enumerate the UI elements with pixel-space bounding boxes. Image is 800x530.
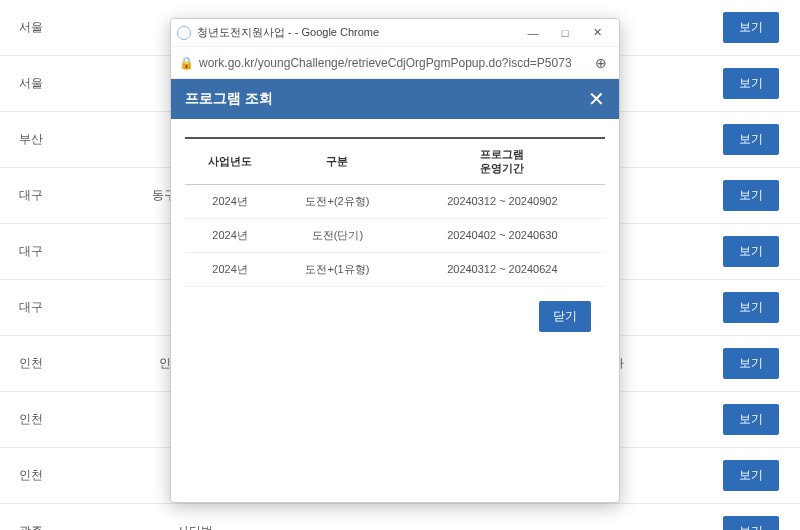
lock-icon: 🔒 [179,56,193,70]
browser-window: 청년도전지원사업 - - Google Chrome — □ ✕ 🔒 work.… [170,18,620,503]
city-cell: 인천 [0,336,62,392]
period-cell: 20240402 ~ 20240630 [400,218,605,252]
view-button[interactable]: 보기 [723,404,779,435]
addr-cell [442,504,702,531]
program-row: 2024년 도전+(2유형) 20240312 ~ 20240902 [185,184,605,218]
view-button[interactable]: 보기 [723,180,779,211]
year-cell: 2024년 [185,218,275,252]
address-bar[interactable]: 🔒 work.go.kr/youngChallenge/retrieveCdjO… [171,47,619,79]
program-table: 사업년도 구분 프로그램 운영기간 2024년 도전+(2유형) 2024031… [185,137,605,287]
period-cell: 20240312 ~ 20240624 [400,252,605,286]
view-button[interactable]: 보기 [723,460,779,491]
city-cell: 광주 [0,504,62,531]
modal-header: 프로그램 조회 ✕ [171,79,619,119]
year-cell: 2024년 [185,184,275,218]
org-cell: 사단법 [62,504,327,531]
period-cell: 20240312 ~ 20240902 [400,184,605,218]
maximize-button[interactable]: □ [549,21,581,45]
city-cell: 서울 [0,56,62,112]
modal-body: 사업년도 구분 프로그램 운영기간 2024년 도전+(2유형) 2024031… [171,119,619,364]
view-button[interactable]: 보기 [723,348,779,379]
view-button[interactable]: 보기 [723,236,779,267]
type-cell: 도전(단기) [275,218,400,252]
minimize-button[interactable]: — [517,21,549,45]
window-controls: — □ ✕ [517,21,613,45]
favicon-icon [177,26,191,40]
city-cell: 대구 [0,280,62,336]
col-period: 프로그램 운영기간 [400,138,605,184]
close-button[interactable]: 닫기 [539,301,591,332]
type-cell: 도전+(2유형) [275,184,400,218]
window-title: 청년도전지원사업 - - Google Chrome [197,25,517,40]
close-icon[interactable]: ✕ [588,89,605,109]
phone-cell [327,504,442,531]
city-cell: 대구 [0,224,62,280]
city-cell: 서울 [0,0,62,56]
view-button[interactable]: 보기 [723,292,779,323]
program-row: 2024년 도전(단기) 20240402 ~ 20240630 [185,218,605,252]
col-type: 구분 [275,138,400,184]
type-cell: 도전+(1유형) [275,252,400,286]
city-cell: 인천 [0,448,62,504]
window-title-bar: 청년도전지원사업 - - Google Chrome — □ ✕ [171,19,619,47]
close-window-button[interactable]: ✕ [581,21,613,45]
col-year: 사업년도 [185,138,275,184]
view-button[interactable]: 보기 [723,516,779,530]
city-cell: 인천 [0,392,62,448]
view-button[interactable]: 보기 [723,68,779,99]
table-row: 광주 사단법 보기 [0,504,800,531]
year-cell: 2024년 [185,252,275,286]
program-row: 2024년 도전+(1유형) 20240312 ~ 20240624 [185,252,605,286]
view-button[interactable]: 보기 [723,124,779,155]
city-cell: 부산 [0,112,62,168]
modal-footer: 닫기 [185,287,605,346]
zoom-icon[interactable]: ⊕ [591,55,611,71]
view-button[interactable]: 보기 [723,12,779,43]
url-text: work.go.kr/youngChallenge/retrieveCdjOrg… [199,56,591,70]
modal-title: 프로그램 조회 [185,90,273,108]
city-cell: 대구 [0,168,62,224]
